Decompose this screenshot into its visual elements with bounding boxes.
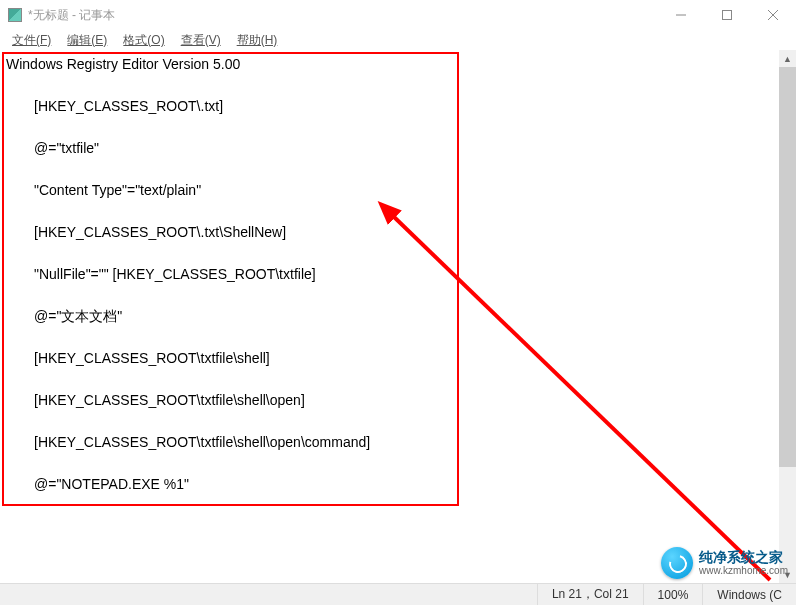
menu-edit[interactable]: 编辑(E): [59, 30, 115, 51]
editor-line: @="文本文档": [6, 306, 773, 327]
editor-line: [6, 243, 773, 264]
close-button[interactable]: [750, 0, 796, 30]
editor-line: "NullFile"="" [HKEY_CLASSES_ROOT\txtfile…: [6, 264, 773, 285]
app-icon: [8, 8, 22, 22]
editor-line: [6, 75, 773, 96]
editor-line: [HKEY_CLASSES_ROOT\txtfile\shell]: [6, 348, 773, 369]
menu-file[interactable]: 文件(F): [4, 30, 59, 51]
editor-line: [6, 369, 773, 390]
editor-line: [6, 411, 773, 432]
vertical-scrollbar[interactable]: ▲ ▼: [779, 50, 796, 583]
editor-line: @="NOTEPAD.EXE %1": [6, 474, 773, 495]
editor-line: [6, 453, 773, 474]
window-title: *无标题 - 记事本: [28, 7, 658, 24]
scroll-down-icon[interactable]: ▼: [779, 566, 796, 583]
titlebar: *无标题 - 记事本: [0, 0, 796, 30]
editor-line: [6, 327, 773, 348]
status-position: Ln 21，Col 21: [537, 584, 643, 605]
statusbar: Ln 21，Col 21 100% Windows (C: [0, 583, 796, 605]
editor-line: [HKEY_CLASSES_ROOT\txtfile\shell\open\co…: [6, 432, 773, 453]
editor-line: [HKEY_CLASSES_ROOT\.txt]: [6, 96, 773, 117]
editor-wrap: Windows Registry Editor Version 5.00[HKE…: [0, 50, 796, 583]
menu-view[interactable]: 查看(V): [173, 30, 229, 51]
editor-line: @="txtfile": [6, 138, 773, 159]
maximize-button[interactable]: [704, 0, 750, 30]
svg-rect-1: [723, 11, 732, 20]
status-encoding: Windows (C: [702, 584, 796, 605]
editor-line: Windows Registry Editor Version 5.00: [6, 54, 773, 75]
scroll-up-icon[interactable]: ▲: [779, 50, 796, 67]
window-controls: [658, 0, 796, 30]
menu-help[interactable]: 帮助(H): [229, 30, 286, 51]
editor-line: [6, 201, 773, 222]
editor-line: [HKEY_CLASSES_ROOT\.txt\ShellNew]: [6, 222, 773, 243]
editor-line: [6, 159, 773, 180]
editor-line: [6, 285, 773, 306]
scroll-thumb[interactable]: [779, 67, 796, 467]
editor-line: [6, 117, 773, 138]
status-zoom: 100%: [643, 584, 703, 605]
editor-line: "Content Type"="text/plain": [6, 180, 773, 201]
editor-line: [HKEY_CLASSES_ROOT\txtfile\shell\open]: [6, 390, 773, 411]
minimize-button[interactable]: [658, 0, 704, 30]
editor-textarea[interactable]: Windows Registry Editor Version 5.00[HKE…: [0, 50, 779, 583]
menu-format[interactable]: 格式(O): [115, 30, 172, 51]
menubar: 文件(F) 编辑(E) 格式(O) 查看(V) 帮助(H): [0, 30, 796, 50]
